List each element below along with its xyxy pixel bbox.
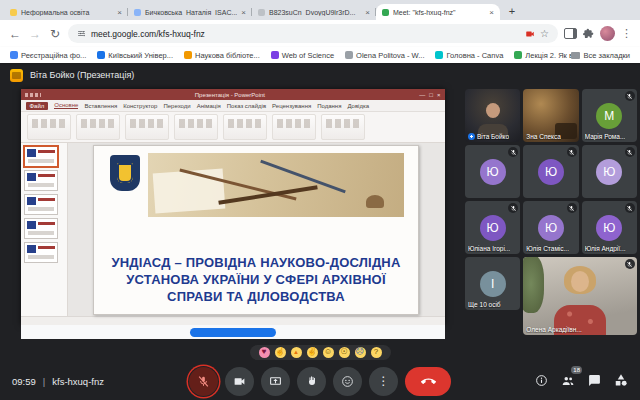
ppt-ribbon-tabs: ФайлОсновнеВставленняКонструкторПереходи… [21,100,445,112]
end-call-button[interactable] [405,367,451,396]
raise-hand-icon [306,375,318,387]
participant-tile[interactable]: Ю [523,145,578,198]
tab-close-icon[interactable]: × [117,8,122,17]
browser-tab[interactable]: Неформальна освіта× [4,4,128,20]
slide-thumbnail[interactable] [24,242,58,263]
reactions-button[interactable] [333,367,362,396]
forward-button[interactable]: → [28,27,42,41]
overflow-participants-tile[interactable]: ІЩе 10 осіб [465,257,520,310]
reload-button[interactable]: ↻ [48,27,62,41]
raise-hand-button[interactable] [297,367,326,396]
bookmark-favicon [514,51,522,59]
call-controls: ⋮ [189,367,451,396]
participant-tile[interactable]: ЮЮліана Ігорі... [465,201,520,254]
participant-name: Віта Бойко [468,133,509,140]
reaction-party-popper-icon[interactable]: ▲ [291,347,302,358]
ppt-ribbon-tab[interactable]: Файл [26,102,49,110]
more-options-icon: ⋮ [378,374,390,388]
browser-tab[interactable]: Бичковська_Наталія_ISAC...× [128,4,252,20]
bookmark-label: Київський Універ... [108,51,173,60]
people-button[interactable]: 18 [561,374,575,388]
tab-close-icon[interactable]: × [365,8,370,17]
close-icon[interactable]: × [437,92,441,98]
ribbon-group [321,114,365,140]
shared-screen[interactable]: Презентація - PowerPoint — □ × ФайлОснов… [0,87,465,342]
tab-close-icon[interactable]: × [489,8,494,17]
share-control-button[interactable] [190,328,276,337]
bookmark-item[interactable]: Київський Універ... [97,51,173,60]
address-bar[interactable]: meet.google.com/kfs-hxuq-fnz ☆ [68,24,558,43]
chat-button[interactable] [588,374,601,389]
tab-favicon [134,9,141,16]
bookmark-label: Лекція 2. Як викон... [525,51,570,60]
participant-tile[interactable]: ЮЮлія Стаміс... [523,201,578,254]
profile-avatar[interactable] [600,26,615,41]
end-call-icon [421,374,436,389]
camera-button[interactable] [225,367,254,396]
more-options-button[interactable]: ⋮ [369,367,398,396]
reaction-clapping-hands-icon[interactable]: ✌ [307,347,318,358]
ppt-ribbon-tab[interactable]: Подання [317,103,341,109]
reaction-thinking-face-icon[interactable]: ? [371,347,382,358]
ppt-ribbon-tab[interactable]: Анімація [197,103,221,109]
reaction-face-with-tears-of-joy-icon[interactable]: ☺ [323,347,334,358]
participant-tile[interactable]: Віта Бойко [465,89,520,142]
ppt-ribbon-tab[interactable]: Переходи [163,103,190,109]
meeting-panels: 18 [535,373,628,389]
bookmark-item[interactable]: Лекція 2. Як викон... [514,51,570,60]
ppt-ribbon-tab[interactable]: Довідка [347,103,369,109]
ppt-ribbon-tab[interactable]: Рецензування [272,103,311,109]
new-tab-button[interactable]: + [505,5,519,19]
bookmark-item[interactable]: Web of Science [271,51,334,60]
info-button[interactable] [535,374,548,389]
bookmarks-list: Реєстраційна фо...Київський Універ...Нау… [10,51,571,60]
reaction-surprised-face-icon[interactable]: ☉ [339,347,350,358]
tab-close-icon[interactable]: × [241,8,246,17]
people-icon [561,374,575,388]
browser-tab[interactable]: B823suCn_DvoygU9lr3rD...× [252,4,376,20]
ppt-ribbon [21,112,445,143]
participant-tile[interactable]: Ю [465,145,520,198]
slide-thumbnail[interactable] [24,146,58,167]
browser-menu-icon[interactable]: ⋮ [621,27,632,40]
slide-thumbnail[interactable] [24,170,58,191]
bookmark-item[interactable]: Olena Politova - W... [345,51,424,60]
participant-name: Зна Спекса [526,133,561,140]
reaction-sparkling-heart-icon[interactable]: ♥ [259,347,270,358]
participant-tile[interactable]: Олена Аркадіївн... [523,257,637,335]
bookmark-item[interactable]: Наукова бібліоте... [184,51,260,60]
participant-tile[interactable]: Зна Спекса [523,89,578,142]
participant-tile[interactable]: Ю [582,145,637,198]
bookmark-item[interactable]: Реєстраційна фо... [10,51,86,60]
all-bookmarks-button[interactable]: Все закладки [571,51,630,60]
ribbon-group [223,114,267,140]
tab-camera-indicator-icon[interactable] [525,29,535,39]
mic-button[interactable] [189,367,218,396]
maximize-icon[interactable]: □ [429,92,433,98]
participant-tile[interactable]: ЮЮлія Андрії... [582,201,637,254]
minimize-icon[interactable]: — [419,92,425,98]
reaction-crying-face-icon[interactable]: ☹ [355,347,366,358]
bookmark-item[interactable]: Головна - Canva [435,51,503,60]
site-info-icon [77,29,86,38]
ppt-ribbon-tab[interactable]: Вставлення [84,103,117,109]
reaction-thumbs-up-icon[interactable]: ☝ [275,347,286,358]
tab-strip-tabs: Неформальна освіта×Бичковська_Наталія_IS… [4,4,500,20]
participant-name: Юлія Стаміс... [526,245,569,252]
slide-thumbnail[interactable] [24,194,58,215]
bookmark-star-icon[interactable]: ☆ [540,28,549,39]
participant-tile[interactable]: ММарія Рома... [582,89,637,142]
ribbon-group [174,114,218,140]
ppt-ribbon-tab[interactable]: Основне [54,102,78,109]
participant-name: Ще 10 осіб [468,301,501,308]
ppt-ribbon-tab[interactable]: Конструктор [123,103,157,109]
back-button[interactable]: ← [8,27,22,41]
ppt-ribbon-tab[interactable]: Показ слайдів [227,103,266,109]
side-panel-icon[interactable] [564,28,577,39]
activities-button[interactable] [614,373,628,389]
browser-tab[interactable]: Meet: "kfs-hxuq-fnz"× [376,4,500,20]
extensions-icon[interactable] [583,28,594,39]
slide-thumbnail[interactable] [24,218,58,239]
present-button[interactable] [261,367,290,396]
reactions-row: ♥☝▲✌☺☉☹? [0,342,640,362]
